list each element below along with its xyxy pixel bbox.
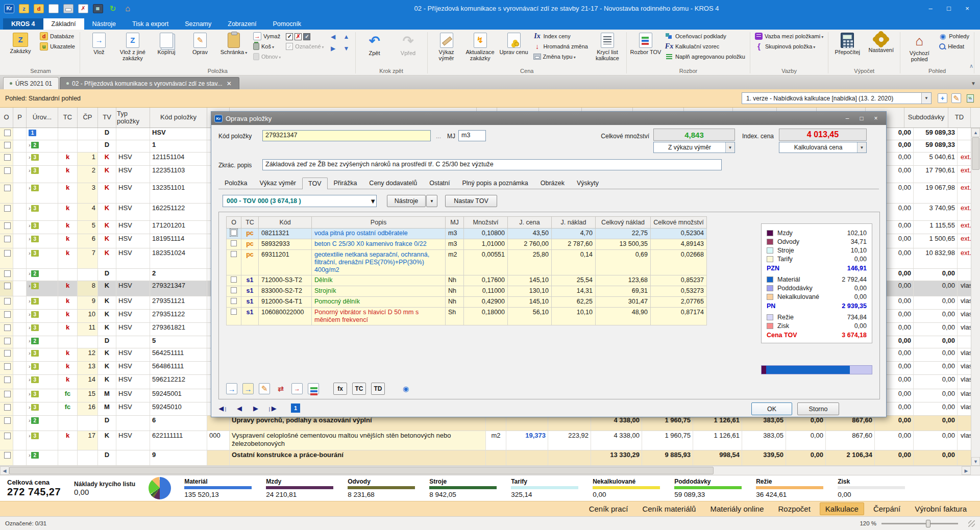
table-row-9[interactable]: ›2D9Ostatní konstrukce a práce-bourání13… (0, 450, 980, 466)
row-checkbox[interactable] (4, 130, 11, 136)
next-record-icon[interactable]: ▶ (251, 405, 260, 412)
ribbon-button-hromadn-zm-na[interactable]: ↓Hromadná změna (531, 41, 590, 51)
row-checkbox[interactable] (4, 142, 11, 148)
module-tab-cen-k-prac[interactable]: Ceník prací (584, 503, 633, 515)
horizontal-scroll-thumb[interactable] (9, 467, 714, 474)
ribbon-button-zak-zky[interactable]: ZZakázky (4, 31, 37, 63)
tov-select[interactable]: 000 - TOV 000 (3 674,18 ) ▼ (223, 195, 377, 207)
resize-grip[interactable] (968, 520, 975, 527)
close-tab-icon[interactable]: ✕ (226, 80, 233, 87)
row-checkbox[interactable] (4, 338, 11, 344)
ribbon-button-index-ceny[interactable]: IxIndex ceny (531, 31, 590, 41)
tov-row-checkbox[interactable] (231, 309, 237, 315)
maximize-button[interactable]: □ (940, 3, 958, 14)
tov-row-58932933[interactable]: pc58932933beton C 25/30 X0 kamenivo frak… (226, 239, 707, 250)
quantity-source-select[interactable]: Z výkazu výměr ▼ (653, 142, 735, 153)
scroll-right-icon[interactable]: ▶ (962, 466, 971, 475)
fx-button[interactable]: fx (333, 383, 347, 395)
menu-tab-z-kladn[interactable]: Základní (43, 18, 84, 30)
tov-row-checkbox[interactable] (231, 287, 237, 293)
module-tab-cen-k-materi-l[interactable]: Ceník materiálů (637, 503, 701, 515)
row-checkbox[interactable] (4, 222, 11, 229)
row-checkbox[interactable] (4, 270, 11, 277)
tabs-overflow-icon[interactable]: ▼ (971, 81, 976, 86)
nastav-tov-button[interactable]: Nastav TOV (445, 195, 497, 207)
module-tab-rozpo-et[interactable]: Rozpočet (773, 503, 815, 515)
zoom-slider-thumb[interactable] (926, 520, 930, 527)
row-checkbox[interactable] (4, 363, 11, 370)
scroll-up-icon[interactable]: ▲ (971, 128, 980, 137)
eye-icon[interactable]: ◉ (400, 383, 411, 394)
table-row-6[interactable]: ›2D6Úpravy povrchů, podlahy a osazování … (0, 416, 980, 431)
dialog-tab-ostatn[interactable]: Ostatní (423, 177, 456, 189)
ribbon-button-nastaven[interactable]: Nastavení (865, 31, 897, 63)
menu-tab-tisk-a-export[interactable]: Tisk a export (124, 18, 177, 30)
ribbon-button-v-kaz-v-m-r[interactable]: Výkaz výměr (430, 31, 463, 63)
dialog-tab-v-skyty[interactable]: Výskyty (571, 177, 605, 189)
menu-tab-zobrazen[interactable]: Zobrazení (219, 18, 264, 30)
chevron-down-icon[interactable]: ▼ (921, 93, 931, 104)
delete-row-icon[interactable]: → (291, 383, 303, 394)
row-checkbox[interactable] (4, 376, 11, 383)
document-tab-rs-2021-01[interactable]: ÚRS 2021 01 (3, 77, 59, 89)
module-tab-materi-ly-online[interactable]: Materiály online (705, 503, 769, 515)
compare-versions-icon[interactable]: ½ (967, 94, 974, 103)
more-button[interactable]: ... (436, 133, 441, 140)
tov-row-106080022000[interactable]: s1106080022000Ponorný vibrátor s hlavicí… (226, 308, 707, 325)
database-icon[interactable]: d (34, 4, 44, 13)
module-tab-erp-n[interactable]: Čerpání (868, 503, 905, 515)
ok-button[interactable]: OK (751, 402, 792, 415)
row-checkbox[interactable] (4, 311, 11, 318)
dialog-tab-pln-popis-a-pozn-mka[interactable]: Plný popis a poznámka (456, 177, 534, 189)
ribbon-collapse-icon[interactable]: ∧ (968, 62, 975, 69)
last-record-icon[interactable]: ❘▶ (267, 405, 277, 412)
home-icon[interactable]: ⌂ (122, 4, 133, 13)
delete-document-icon[interactable]: ✗ (78, 4, 88, 13)
menu-tab-n-stroje[interactable]: Nástroje (84, 18, 125, 30)
ribbon-button-zm-na-typu[interactable]: Změna typu▾ (531, 52, 590, 61)
check-selected-icon[interactable]: ✓ (303, 32, 310, 40)
menu-tab-seznamy[interactable]: Seznamy (177, 18, 219, 30)
tov-row-08211321[interactable]: pc08211321voda pitná pro ostatní odběrat… (226, 229, 707, 239)
tov-row-checkbox[interactable] (231, 230, 237, 236)
document-icon[interactable]: ≡ (48, 4, 59, 13)
ribbon-button-aktualizace-zak-zky[interactable]: ↯Aktualizace zakázky (464, 31, 497, 63)
refresh-icon[interactable]: ↻ (108, 4, 118, 13)
previous-record-icon[interactable]: ◀ (235, 405, 244, 412)
ribbon-button-zp-t[interactable]: ↶Zpět (358, 31, 391, 63)
row-checkbox[interactable] (4, 236, 11, 242)
ribbon-button-ko[interactable]: Koš▾ (251, 41, 283, 51)
ribbon-button-vyma[interactable]: →Vymaž (251, 31, 283, 41)
chevron-down-icon[interactable]: ▼ (370, 197, 376, 205)
row-checkbox[interactable] (4, 391, 11, 397)
check-all-icon[interactable]: ✓ (286, 32, 293, 40)
td-button[interactable]: TD (371, 383, 385, 395)
close-button[interactable]: × (959, 3, 976, 14)
row-checkbox[interactable] (4, 167, 11, 174)
tov-row-712000-s3-t2[interactable]: s1712000-S3-T2DělníkNh0,17600145,1025,54… (226, 275, 707, 286)
row-checkbox[interactable] (4, 404, 11, 411)
dialog-tab-p-ir-ka[interactable]: Přirážka (328, 177, 363, 189)
ribbon-button-oprav[interactable]: ✎Oprav (184, 31, 216, 63)
move-down-button[interactable]: ▼ (340, 43, 353, 54)
move-left-button[interactable]: ◀ (327, 31, 339, 42)
insert-row-icon[interactable]: → (226, 383, 237, 394)
menu-tab-pomocn-k[interactable]: Pomocník (265, 18, 310, 30)
menu-tab-kros-4[interactable]: KROS 4 (3, 18, 43, 30)
ribbon-button-vazba-mezi-polo-kami[interactable]: Vazba mezi položkami▾ (753, 31, 825, 41)
move-right-button[interactable]: ▶ (327, 43, 339, 54)
module-tab-kalkulace[interactable]: Kalkulace (820, 502, 864, 515)
tov-list-icon[interactable] (308, 383, 319, 394)
ribbon-button-kryc-list-kalkulace[interactable]: Krycí list kalkulace (591, 31, 624, 63)
tov-row-912000-s4-t1[interactable]: s1912000-S4-T1Pomocný dělníkNh0,42900145… (226, 297, 707, 308)
vertical-scrollbar[interactable]: ▲ ▼ (971, 128, 980, 466)
dialog-title-bar[interactable]: Kr Oprava položky – □ × (211, 112, 886, 125)
unit-input[interactable]: m3 (458, 130, 486, 141)
dialog-tab-v-kaz-v-m-r[interactable]: Výkaz výměr (253, 177, 302, 189)
tov-row-checkbox[interactable] (231, 251, 237, 257)
ribbon-button-schr-nka[interactable]: Schránka▾ (217, 31, 250, 63)
print-icon[interactable] (63, 4, 74, 13)
version-select[interactable]: 1. verze - Nabídková kalkulace [nabídka]… (742, 92, 932, 104)
open-order-icon[interactable]: z (19, 4, 29, 13)
ribbon-button-skupinov-polo-ka[interactable]: {Skupinová položka▾ (753, 41, 825, 51)
